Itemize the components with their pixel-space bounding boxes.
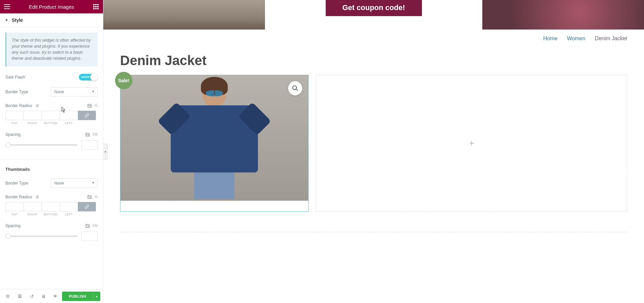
svg-rect-10	[18, 296, 21, 297]
thumb-dim-label-left: LEFT	[60, 213, 78, 216]
hero-image-right	[482, 0, 644, 30]
radius-right[interactable]	[23, 111, 42, 120]
zoom-icon[interactable]	[288, 81, 302, 95]
breadcrumb-home[interactable]: Home	[543, 36, 558, 42]
breadcrumb-women[interactable]: Women	[567, 36, 585, 42]
svg-rect-8	[97, 8, 99, 9]
hero-center: Get coupon code!	[280, 0, 468, 30]
svg-rect-6	[93, 8, 95, 9]
border-type-select[interactable]: None	[51, 87, 98, 97]
border-type-label: Border Type	[5, 90, 28, 94]
widgets-grid-icon[interactable]	[93, 4, 99, 10]
spacing-slider[interactable]	[5, 144, 77, 146]
svg-rect-2	[97, 4, 99, 5]
radius-top[interactable]	[5, 111, 23, 120]
link-values-button[interactable]	[78, 111, 96, 120]
section-placeholder[interactable]	[120, 232, 627, 236]
svg-rect-4	[95, 6, 97, 7]
product-images-widget[interactable]: Sale!	[120, 75, 309, 212]
responsive-icon[interactable]: 🖥	[35, 103, 40, 108]
navigator-icon[interactable]	[14, 291, 25, 302]
svg-rect-3	[93, 6, 95, 7]
radius-left[interactable]	[60, 111, 78, 120]
style-accordion-label: Style	[12, 17, 23, 23]
thumb-radius-right[interactable]	[23, 202, 42, 211]
editor-header: Edit Product Images	[0, 0, 103, 13]
editor-footer: ⚙ ↺ 🖥 👁 PUBLISH ▴	[0, 289, 103, 303]
thumb-spacing-unit-px[interactable]: PX	[86, 224, 90, 228]
thumb-dim-label-bottom: BOTTOM	[42, 213, 60, 216]
style-accordion[interactable]: ▼ Style	[0, 13, 103, 27]
publish-options-button[interactable]: ▴	[93, 292, 100, 301]
sale-badge: Sale!	[115, 72, 132, 89]
settings-icon[interactable]: ⚙	[3, 291, 13, 302]
publish-button[interactable]: PUBLISH	[62, 292, 93, 301]
coupon-button[interactable]: Get coupon code!	[326, 0, 422, 16]
style-info-note: The style of this widget is often affect…	[5, 33, 98, 66]
svg-rect-7	[95, 8, 97, 9]
thumb-spacing-unit-em[interactable]: EM	[93, 224, 98, 228]
hero-image-left	[103, 0, 265, 30]
collapse-sidebar-handle[interactable]: ◂	[103, 144, 108, 160]
preview-canvas: Get coupon code! Home Women Denim Jacket…	[103, 0, 644, 303]
sale-flash-toggle[interactable]: SHOW	[79, 74, 98, 81]
dim-label-top: TOP	[5, 121, 23, 125]
thumb-dim-label-top: TOP	[5, 213, 23, 216]
thumb-border-type-label: Border Type	[5, 181, 28, 186]
style-panel: The style of this widget is often affect…	[0, 27, 103, 289]
spacing-value[interactable]	[82, 140, 98, 150]
slider-handle[interactable]	[5, 234, 11, 239]
thumb-radius-bottom[interactable]	[42, 202, 60, 211]
thumb-spacing-slider[interactable]	[5, 236, 77, 237]
responsive-icon[interactable]: 🖥	[35, 195, 40, 199]
svg-point-12	[293, 86, 297, 90]
spacing-unit-em[interactable]: EM	[93, 133, 98, 136]
thumb-border-radius-label: Border Radius	[5, 195, 32, 199]
slider-handle[interactable]	[5, 142, 11, 148]
breadcrumb: Home Women Denim Jacket	[103, 30, 644, 46]
menu-icon[interactable]	[4, 4, 10, 10]
product-thumbnails	[120, 201, 308, 211]
thumbnails-section-title: Thumbnails	[5, 167, 98, 172]
add-widget-dropzone[interactable]: +	[316, 75, 627, 212]
hero-section: Get coupon code!	[103, 0, 644, 30]
unit-pct[interactable]: %	[95, 104, 98, 107]
svg-rect-9	[18, 295, 21, 295]
product-title: Denim Jacket	[103, 46, 644, 71]
spacing-label: Spacing	[5, 132, 20, 137]
thumb-border-type-select[interactable]: None	[51, 179, 98, 188]
svg-rect-0	[93, 4, 95, 5]
history-icon[interactable]: ↺	[26, 291, 37, 302]
thumb-radius-top[interactable]	[5, 202, 23, 211]
preview-icon[interactable]: 👁	[50, 291, 61, 302]
svg-rect-11	[18, 297, 21, 298]
svg-rect-5	[97, 6, 99, 7]
thumb-dim-label-right: RIGHT	[23, 213, 42, 216]
sale-flash-label: Sale Flash	[5, 75, 25, 80]
caret-down-icon: ▼	[5, 18, 8, 22]
thumb-link-values-button[interactable]	[78, 202, 96, 211]
thumb-spacing-label: Spacing	[5, 223, 20, 228]
unit-px[interactable]: PX	[88, 104, 92, 107]
product-main-image[interactable]	[120, 75, 308, 201]
radius-bottom[interactable]	[42, 111, 60, 120]
thumb-border-radius-inputs	[5, 202, 98, 211]
dim-label-bottom: BOTTOM	[42, 121, 60, 125]
spacing-unit-px[interactable]: PX	[86, 133, 90, 136]
editor-title: Edit Product Images	[29, 4, 74, 10]
dim-label-left: LEFT	[60, 121, 78, 125]
plus-icon: +	[469, 138, 474, 149]
breadcrumb-current: Denim Jacket	[595, 36, 627, 42]
thumb-spacing-value[interactable]	[82, 232, 98, 241]
dim-label-right: RIGHT	[23, 121, 42, 125]
thumb-unit-pct[interactable]: %	[95, 195, 98, 199]
responsive-mode-icon[interactable]: 🖥	[38, 291, 49, 302]
toggle-text: SHOW	[81, 75, 90, 79]
thumb-radius-left[interactable]	[60, 202, 78, 211]
thumb-unit-px[interactable]: PX	[88, 195, 92, 199]
border-radius-inputs	[5, 111, 98, 120]
border-radius-label: Border Radius	[5, 103, 32, 108]
toggle-knob	[90, 73, 98, 81]
svg-rect-1	[95, 4, 97, 5]
